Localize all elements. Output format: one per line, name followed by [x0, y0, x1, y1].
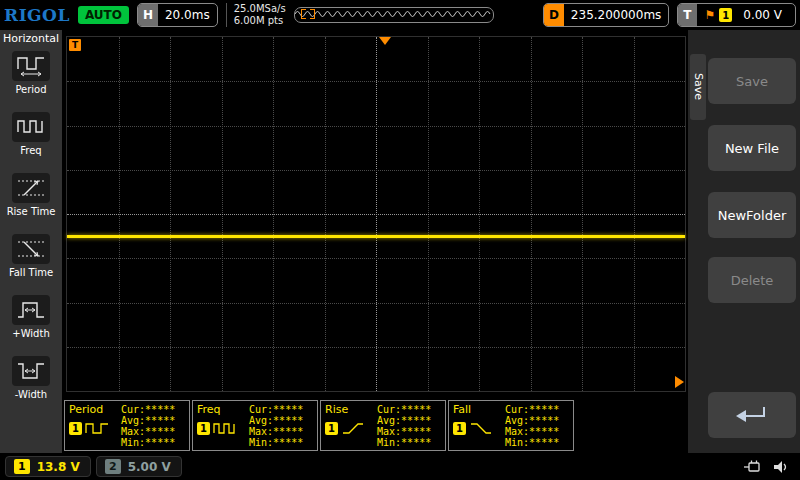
- delay-group[interactable]: D 235.200000ms: [543, 3, 669, 27]
- period-icon: [12, 51, 50, 81]
- channel1-status[interactable]: 1 13.8 V: [5, 456, 91, 477]
- sidebar-item-label: -Width: [15, 389, 47, 400]
- sidebar-title: Horizontal: [3, 32, 59, 45]
- top-bar: RIGOL AUTO H 20.0ms 25.0MSa/s 6.00M pts …: [0, 0, 800, 30]
- timebase-value: 20.0ms: [158, 8, 217, 22]
- sample-rate: 25.0MSa/s: [234, 3, 286, 15]
- measurement-source-badge: 1: [453, 422, 466, 435]
- sidebar-item-minus-width[interactable]: -Width: [12, 356, 50, 400]
- delete-button[interactable]: Delete: [708, 257, 796, 303]
- save-button[interactable]: Save: [708, 58, 796, 104]
- trigger-level-marker: T: [69, 39, 81, 51]
- speaker-icon: [773, 459, 791, 475]
- plus-width-icon: [12, 295, 50, 325]
- status-icons: [743, 459, 791, 475]
- trigger-label: T: [678, 4, 696, 26]
- measure-sidebar: Horizontal Period Freq: [0, 30, 62, 453]
- delay-label: D: [544, 4, 564, 26]
- sidebar-item-label: Fall Time: [9, 267, 53, 278]
- measurement-source-badge: 1: [197, 422, 210, 435]
- trigger-source-badge: 1: [719, 8, 732, 22]
- measurement-box-rise[interactable]: Rise 1 Cur:***** Avg:***** Max:***** Min…: [320, 400, 446, 451]
- graticule: T: [66, 36, 686, 392]
- minus-width-icon: [12, 356, 50, 386]
- bottom-bar: 1 13.8 V 2 5.00 V: [0, 453, 800, 480]
- freq-icon: [12, 112, 50, 142]
- new-file-button[interactable]: New File: [708, 125, 796, 171]
- sidebar-item-label: +Width: [12, 328, 49, 339]
- fall-time-icon: [12, 234, 50, 264]
- usb-icon: [743, 459, 763, 475]
- freq-icon: [213, 420, 237, 436]
- graticule-grid: [67, 37, 685, 391]
- trigger-group[interactable]: T ⚑ 1 0.00 V: [677, 3, 796, 27]
- measurement-box-period[interactable]: Period 1 Cur:***** Avg:***** Max:***** M…: [64, 400, 190, 451]
- trigger-flag-icon: ⚑: [701, 9, 716, 21]
- fall-time-icon: [469, 420, 493, 436]
- menu-page-tab[interactable]: Save: [690, 54, 706, 120]
- rigol-logo: RIGOL: [4, 5, 70, 25]
- run-state-badge: AUTO: [78, 6, 129, 24]
- sidebar-item-fall-time[interactable]: Fall Time: [9, 234, 53, 278]
- channel1-badge: 1: [14, 459, 30, 474]
- measurement-name: Period: [69, 403, 119, 416]
- sidebar-item-label: Period: [15, 84, 46, 95]
- waveform-preview: [294, 7, 494, 23]
- oscilloscope-screen: RIGOL AUTO H 20.0ms 25.0MSa/s 6.00M pts …: [0, 0, 800, 480]
- rise-time-icon: [12, 173, 50, 203]
- acquisition-info: 25.0MSa/s 6.00M pts: [226, 3, 286, 27]
- save-menu: Save Save New File NewFolder Delete: [688, 30, 800, 453]
- measurement-source-badge: 1: [325, 422, 338, 435]
- measurement-name: Fall: [453, 403, 503, 416]
- preview-wave: [295, 8, 491, 20]
- window-bracket-left: [301, 9, 306, 19]
- sidebar-item-rise-time[interactable]: Rise Time: [7, 173, 56, 217]
- sidebar-item-freq[interactable]: Freq: [12, 112, 50, 156]
- measurement-box-fall[interactable]: Fall 1 Cur:***** Avg:***** Max:***** Min…: [448, 400, 574, 451]
- trigger-position-marker: [379, 37, 391, 45]
- memory-depth: 6.00M pts: [234, 15, 286, 27]
- ch1-trace: [67, 235, 685, 238]
- measurement-name: Rise: [325, 403, 375, 416]
- menu-page-label: Save: [692, 73, 705, 100]
- channel2-badge: 2: [105, 459, 121, 474]
- measurement-source-badge: 1: [69, 422, 82, 435]
- delay-value: 235.200000ms: [564, 8, 668, 22]
- trigger-level-value: 0.00 V: [736, 8, 789, 22]
- measurement-box-freq[interactable]: Freq 1 Cur:***** Avg:***** Max:***** Min…: [192, 400, 318, 451]
- new-folder-button[interactable]: NewFolder: [708, 192, 796, 238]
- channel1-scale: 13.8 V: [37, 460, 80, 474]
- channel2-scale: 5.00 V: [128, 460, 171, 474]
- return-arrow-icon: [732, 403, 772, 427]
- rise-time-icon: [341, 420, 365, 436]
- horizontal-label: H: [138, 4, 158, 26]
- sidebar-item-label: Rise Time: [7, 206, 56, 217]
- measurement-panel: Period 1 Cur:***** Avg:***** Max:***** M…: [64, 400, 574, 451]
- window-bracket-right: [310, 9, 315, 19]
- return-button[interactable]: [708, 392, 796, 438]
- sidebar-item-label: Freq: [20, 145, 41, 156]
- delay-end-marker: [675, 376, 684, 388]
- sidebar-item-period[interactable]: Period: [12, 51, 50, 95]
- period-icon: [85, 420, 109, 436]
- channel2-status[interactable]: 2 5.00 V: [96, 456, 182, 477]
- sidebar-item-plus-width[interactable]: +Width: [12, 295, 50, 339]
- horizontal-timebase-group[interactable]: H 20.0ms: [137, 3, 218, 27]
- preview-wave-path: [295, 12, 490, 17]
- measurement-name: Freq: [197, 403, 247, 416]
